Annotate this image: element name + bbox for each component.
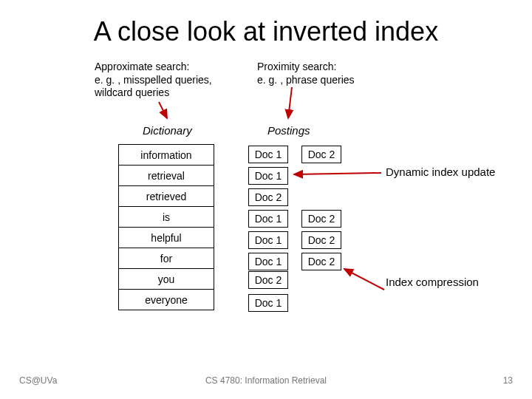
- dict-cell: retrieved: [118, 185, 214, 207]
- arrow-icon: [288, 87, 292, 118]
- arrow-icon: [159, 102, 167, 118]
- index-compression-annotation: Index compression: [386, 276, 479, 288]
- postings-row: Doc 2: [248, 188, 288, 206]
- postings-row: Doc 1: [248, 294, 288, 312]
- postings-row: Doc 1 Doc 2: [248, 210, 341, 228]
- footer-right: 13: [503, 375, 513, 386]
- dict-cell: everyone: [118, 289, 214, 310]
- posting-cell: Doc 1: [248, 253, 288, 270]
- posting-cell: Doc 1: [248, 146, 288, 163]
- dict-cell: for: [118, 248, 214, 269]
- posting-cell: Doc 1: [248, 167, 288, 185]
- arrow-icon: [344, 269, 384, 290]
- slide-title: A close look at inverted index: [0, 0, 532, 47]
- posting-cell: Doc 2: [301, 231, 341, 249]
- posting-cell: Doc 2: [301, 210, 341, 228]
- proximity-search-label: Proximity search: e. g. , phrase queries: [257, 61, 398, 86]
- postings-header: Postings: [267, 124, 310, 137]
- dict-cell: helpful: [118, 227, 214, 248]
- posting-cell: Doc 1: [248, 210, 288, 228]
- arrow-icon: [294, 173, 381, 174]
- footer-mid: CS 4780: Information Retrieval: [0, 375, 532, 386]
- dict-cell: retrieval: [118, 165, 214, 186]
- postings-row: Doc 1 Doc 2: [248, 146, 341, 163]
- posting-cell: Doc 2: [248, 188, 288, 206]
- dict-cell: you: [118, 268, 214, 290]
- posting-cell: Doc 1: [248, 231, 288, 249]
- posting-cell: Doc 2: [301, 146, 341, 163]
- posting-cell: Doc 2: [248, 271, 288, 289]
- posting-cell: Doc 2: [301, 253, 341, 270]
- postings-row: Doc 1 Doc 2: [248, 231, 341, 249]
- postings-row: Doc 2: [248, 271, 288, 289]
- dict-cell: information: [118, 144, 214, 166]
- dict-cell: is: [118, 206, 214, 228]
- postings-row: Doc 1: [248, 167, 288, 185]
- dynamic-update-annotation: Dynamic index update: [386, 166, 495, 178]
- posting-cell: Doc 1: [248, 294, 288, 312]
- dictionary-column: information retrieval retrieved is helpf…: [118, 144, 214, 310]
- approx-search-label: Approximate search: e. g. , misspelled q…: [95, 61, 235, 100]
- dictionary-header: Dictionary: [143, 124, 192, 137]
- postings-row: Doc 1 Doc 2: [248, 253, 341, 270]
